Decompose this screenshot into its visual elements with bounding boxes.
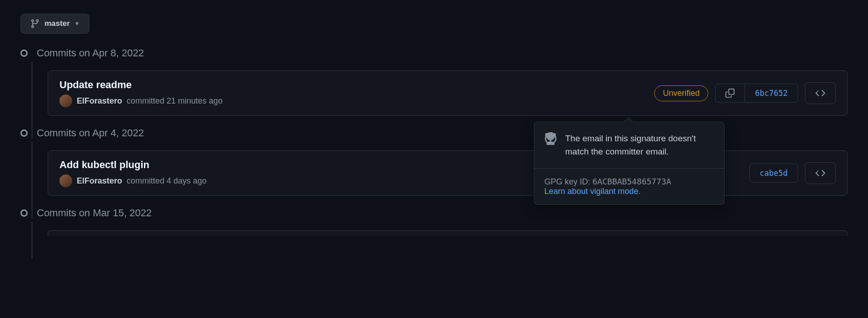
popover-message: The email in this signature doesn't matc…	[565, 132, 714, 158]
commit-actions: Unverified 6bc7652	[654, 82, 836, 104]
gpg-key-id: 6ACBBAB54865773A	[592, 177, 671, 186]
commit-date-group: Commits on Apr 8, 2022 Update readme ElF…	[20, 47, 848, 116]
code-icon	[815, 88, 825, 98]
svg-text:?: ?	[548, 134, 553, 142]
gpg-label: GPG key ID:	[544, 177, 592, 186]
code-icon	[815, 168, 825, 178]
commit-dot-icon	[20, 129, 28, 137]
date-label: Commits on Apr 8, 2022	[37, 47, 144, 59]
date-header: Commits on Apr 8, 2022	[20, 47, 848, 59]
sha-button-group: 6bc7652	[715, 84, 798, 103]
period: .	[638, 187, 641, 196]
browse-code-button[interactable]	[805, 162, 836, 184]
copy-sha-button[interactable]	[715, 84, 745, 102]
commit-meta: ElForastero committed 21 minutes ago	[59, 94, 654, 107]
commit-time: committed 4 days ago	[127, 176, 207, 186]
date-label: Commits on Apr 4, 2022	[37, 127, 144, 139]
sha-button-group: cabe5d	[750, 164, 798, 183]
unverified-icon: ?	[544, 132, 557, 158]
browse-code-button[interactable]	[805, 82, 836, 104]
timeline-line	[31, 222, 33, 258]
avatar[interactable]	[59, 174, 72, 187]
commit-sha-link[interactable]: cabe5d	[750, 164, 798, 182]
copy-icon	[725, 89, 735, 98]
commit-time: committed 21 minutes ago	[127, 96, 222, 106]
commit-card-partial	[48, 230, 848, 236]
commit-dot-icon	[20, 209, 28, 217]
commit-title[interactable]: Update readme	[59, 79, 654, 91]
commit-date-group: Commits on Mar 15, 2022	[20, 207, 848, 236]
commit-sha-link[interactable]: 6bc7652	[745, 84, 798, 102]
avatar[interactable]	[59, 94, 72, 107]
git-branch-icon	[30, 19, 40, 29]
branch-selector[interactable]: master ▼	[20, 14, 89, 34]
signature-popover: ? The email in this signature doesn't ma…	[534, 122, 725, 205]
commit-card: Update readme ElForastero committed 21 m…	[48, 70, 848, 116]
date-label: Commits on Mar 15, 2022	[37, 207, 152, 219]
commit-author[interactable]: ElForastero	[77, 176, 122, 186]
commit-dot-icon	[20, 50, 28, 57]
commit-author[interactable]: ElForastero	[77, 96, 122, 106]
popover-body: ? The email in this signature doesn't ma…	[534, 122, 724, 169]
chevron-down-icon: ▼	[74, 20, 80, 27]
commit-timeline: Commits on Apr 8, 2022 Update readme ElF…	[20, 47, 848, 236]
commit-info: Update readme ElForastero committed 21 m…	[59, 79, 654, 107]
commit-actions: cabe5d	[750, 162, 836, 184]
commit-card: Add kubectl plugin ElForastero committed…	[48, 150, 848, 196]
vigilant-mode-link[interactable]: Learn about vigilant mode	[544, 187, 638, 196]
date-header: Commits on Mar 15, 2022	[20, 207, 848, 219]
unverified-badge[interactable]: Unverified	[654, 85, 708, 101]
popover-footer: GPG key ID: 6ACBBAB54865773A Learn about…	[534, 169, 724, 204]
branch-name: master	[44, 19, 70, 28]
